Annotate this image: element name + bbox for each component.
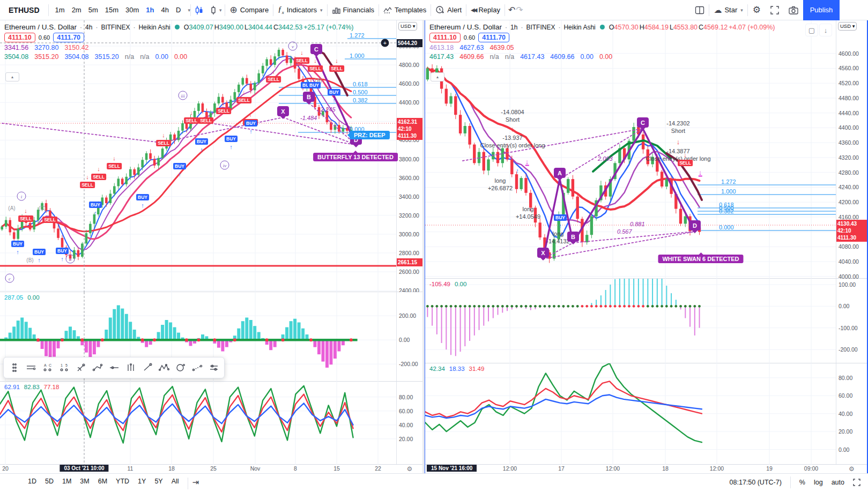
pattern-detected-badge[interactable]: BUTTERFLY 13 DETECTED	[313, 153, 398, 161]
polyline-tool-icon[interactable]	[89, 360, 106, 376]
elliott-wave-tool-icon[interactable]: 15	[56, 360, 72, 376]
time-axis-left[interactable]: 20111825Nov8152203 Oct '21 10:00⚙	[0, 465, 422, 473]
fullscreen-icon[interactable]	[770, 6, 779, 14]
harmonic-point-d[interactable]: D	[689, 220, 701, 230]
interval-15m[interactable]: 15m	[102, 4, 122, 17]
hollow-candles-icon[interactable]	[194, 5, 204, 15]
symbol-button[interactable]: ETHUSD	[3, 6, 45, 14]
alert-button[interactable]: Alert	[431, 3, 466, 18]
save-layout-button[interactable]: ☁ Star ▾	[709, 3, 747, 18]
legend-interval[interactable]: 4h	[85, 24, 92, 31]
price-axis-sub2-right[interactable]: 80.0060.0040.0020.000.00	[836, 363, 867, 464]
trend-line-tool-icon[interactable]	[139, 360, 155, 376]
price-axis-sub1-left[interactable]: 200.000.00-200.00	[396, 292, 422, 381]
trend-angle-tool-icon[interactable]	[72, 360, 89, 376]
legend-interval[interactable]: 1h	[510, 24, 517, 31]
interval-2m[interactable]: 2m	[69, 4, 85, 17]
go-to-date-icon[interactable]: ⇥	[192, 478, 199, 487]
price-axis-main-left[interactable]: 5000.004800.004600.004400.004200.004000.…	[396, 20, 422, 292]
collapse-pane-button[interactable]: ▴	[5, 72, 19, 81]
pattern-detected-badge[interactable]: PRZ: DEEP	[350, 131, 390, 139]
drag-handle-icon[interactable]	[6, 360, 23, 376]
parallel-lines-tool-icon[interactable]	[23, 360, 39, 376]
harmonic-point-x[interactable]: X	[537, 248, 549, 258]
interval-D[interactable]: D	[173, 4, 184, 17]
pane-sub1-right: 100.000.00-100.00-200.00-105.490.00	[425, 279, 867, 363]
buy-signal-badge: BUY	[328, 89, 340, 95]
pane-divider[interactable]	[422, 20, 425, 473]
currency-selector[interactable]: USD ▾	[838, 22, 857, 31]
harmonic-point-b[interactable]: B	[567, 232, 579, 242]
candle-style-icon[interactable]	[209, 5, 218, 15]
snapshot-camera-icon[interactable]	[789, 6, 798, 14]
settings-gear-icon[interactable]: ⚙	[753, 4, 761, 16]
dashed-trend-tool-icon[interactable]	[189, 360, 205, 376]
collapse-pane-button[interactable]: ▴	[431, 72, 444, 81]
replay-button[interactable]: ◀◀ Replay	[466, 3, 505, 18]
buy-price-button[interactable]: 4111.70	[478, 33, 509, 42]
price-tick: 200.00	[399, 312, 416, 319]
range-1d[interactable]: 1D	[24, 476, 41, 486]
interval-1h[interactable]: 1h	[143, 4, 157, 17]
add-alert-plus-icon[interactable]: +	[381, 39, 389, 47]
auto-scale-button[interactable]: auto	[832, 479, 844, 486]
vertical-span-tool-icon[interactable]	[122, 360, 139, 376]
percent-scale-button[interactable]: %	[799, 479, 805, 486]
pattern-detected-badge[interactable]: WHITE SWAN 6 DETECTED	[658, 255, 743, 263]
indicators-button[interactable]: ƒx Indicators ▾	[273, 3, 327, 18]
interval-5m[interactable]: 5m	[85, 4, 101, 17]
restore-pane-icon[interactable]: ▢	[805, 24, 818, 36]
sub2-plot-right[interactable]	[425, 363, 838, 465]
interval-30m[interactable]: 30m	[122, 4, 142, 17]
undo-icon[interactable]: ↶	[508, 5, 515, 15]
range-all[interactable]: All	[167, 476, 183, 486]
xabcd-pattern-tool-icon[interactable]	[155, 360, 172, 376]
sub2-plot-left[interactable]	[0, 382, 397, 465]
range-5y[interactable]: 5Y	[150, 476, 167, 486]
harmonic-point-b[interactable]: B	[303, 92, 315, 102]
interval-1m[interactable]: 1m	[52, 4, 68, 17]
scroll-to-recent-icon[interactable]: ↓	[819, 24, 832, 36]
log-scale-button[interactable]: log	[814, 479, 823, 486]
range-1m[interactable]: 1M	[58, 476, 76, 486]
symbol-title[interactable]: Ethereum / U.S. Dollar	[4, 23, 77, 31]
range-6m[interactable]: 6M	[94, 476, 112, 486]
harmonic-point-a[interactable]: A	[554, 168, 566, 178]
sell-price-button[interactable]: 4111.10	[429, 33, 461, 42]
fib-level-label: 1.272	[721, 178, 736, 185]
horizontal-ray-tool-icon[interactable]	[106, 360, 122, 376]
range-ytd[interactable]: YTD	[112, 476, 133, 486]
harmonic-point-c[interactable]: C	[637, 117, 649, 128]
redo-icon[interactable]: ↷	[516, 5, 523, 15]
abcd-pattern-tool-icon[interactable]: AC	[39, 360, 56, 376]
maximize-chart-icon[interactable]	[853, 479, 860, 486]
templates-button[interactable]: Templates	[379, 3, 431, 18]
price-axis-main-right[interactable]: 4600.004560.004520.004480.004440.004400.…	[836, 20, 867, 278]
price-axis-sub1-right[interactable]: 100.000.00-100.00-200.00	[836, 279, 867, 363]
price-tick: -200.00	[839, 346, 858, 353]
legend-chart-type: Heikin Ashi	[563, 24, 595, 31]
financials-button[interactable]: Financials	[328, 3, 379, 18]
sub1-plot-right[interactable]	[425, 279, 838, 363]
settings-sliders-tool-icon[interactable]	[205, 360, 222, 376]
pane-sub2-left: 80.0060.0040.0020.0062.9182.8377.18	[0, 382, 422, 465]
buy-price-button[interactable]: 4111.70	[53, 33, 84, 42]
chevron-down-icon[interactable]: ▾	[219, 8, 222, 13]
time-axis-settings-gear-icon[interactable]: ⚙	[397, 465, 422, 473]
clock-label[interactable]: 08:17:50 (UTC-7)	[730, 479, 782, 486]
interval-4h[interactable]: 4h	[158, 4, 172, 17]
circle-tool-icon[interactable]	[172, 360, 189, 376]
harmonic-point-x[interactable]: X	[277, 106, 289, 116]
range-5d[interactable]: 5D	[41, 476, 58, 486]
layout-select-icon[interactable]	[695, 5, 704, 15]
symbol-title[interactable]: Ethereum / U.S. Dollar	[429, 23, 502, 31]
svg-text:1: 1	[61, 363, 63, 367]
price-axis-sub2-left[interactable]: 80.0060.0040.0020.00	[396, 382, 422, 464]
time-axis-settings-gear-icon[interactable]: ⚙	[836, 465, 867, 473]
range-3m[interactable]: 3M	[76, 476, 93, 486]
compare-button[interactable]: ⊕ Compare	[225, 3, 273, 18]
currency-selector[interactable]: USD ▾	[398, 22, 417, 31]
sell-price-button[interactable]: 4111.10	[4, 33, 35, 42]
range-1y[interactable]: 1Y	[133, 476, 150, 486]
publish-button[interactable]: Publish	[803, 0, 840, 20]
